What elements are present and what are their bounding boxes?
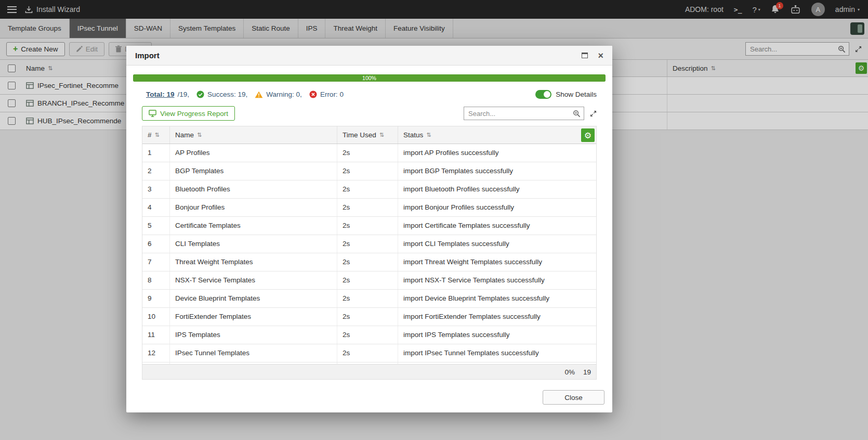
column-header-status[interactable]: Status⇅ (398, 126, 596, 144)
import-row-status: import Bonjour Profiles successfully (398, 199, 596, 216)
import-row-status: import IPsec Tunnel Templates successful… (398, 344, 596, 362)
import-row-num: 7 (142, 253, 170, 271)
import-row-status: import QoS Profiles successfully (398, 363, 596, 364)
total-link[interactable]: Total: 19 (146, 90, 175, 98)
import-row-time: 2s (337, 144, 398, 162)
name-column-label: Name (175, 131, 194, 139)
column-header-time-used[interactable]: Time Used⇅ (337, 126, 398, 144)
import-row-name: IPS Templates (170, 326, 337, 344)
import-row-time: 2s (337, 235, 398, 253)
error-stat: Error: 0 (309, 90, 344, 98)
error-icon (309, 90, 317, 98)
import-row-num: 4 (142, 199, 170, 216)
import-row-name: Threat Weight Templates (170, 253, 337, 271)
import-row-time: 2s (337, 271, 398, 289)
warning-label: Warning: 0, (266, 90, 302, 98)
import-row-name: NSX-T Service Templates (170, 271, 337, 289)
import-row-status: import IPS Templates successfully (398, 326, 596, 344)
import-row: 1AP Profiles2simport AP Profiles success… (142, 144, 596, 162)
import-row-num: 1 (142, 144, 170, 162)
sort-icon: ⇅ (155, 132, 160, 138)
import-results-table: #⇅ Name⇅ Time Used⇅ Status⇅ ⚙ 1AP Profil… (142, 126, 597, 380)
import-row-time: 2s (337, 290, 398, 307)
import-row-name: FortiExtender Templates (170, 308, 337, 326)
error-label: Error: 0 (320, 90, 344, 98)
import-stats: Total: 19/19, Success: 19, Warning: 0, E… (142, 90, 597, 99)
import-row-time: 2s (337, 326, 398, 344)
import-row-name: IPsec Tunnel Templates (170, 344, 337, 362)
import-row-time: 2s (337, 217, 398, 235)
column-header-name[interactable]: Name⇅ (170, 126, 337, 144)
import-row-name: Certificate Templates (170, 217, 337, 235)
import-dialog-toolbar: View Progress Report (142, 106, 597, 121)
import-row: 7Threat Weight Templates2simport Threat … (142, 253, 596, 271)
import-row-status: import BGP Templates successfully (398, 162, 596, 180)
import-row-status: import NSX-T Service Templates successfu… (398, 271, 596, 289)
import-row-time: 2s (337, 344, 398, 362)
import-row-num: 6 (142, 235, 170, 253)
success-icon (196, 90, 204, 98)
import-row-num: 13 (142, 363, 170, 364)
import-search-box (464, 107, 584, 120)
sort-icon: ⇅ (197, 132, 202, 138)
import-row: 10FortiExtender Templates2simport FortiE… (142, 308, 596, 326)
num-column-label: # (148, 131, 152, 139)
time-used-column-label: Time Used (343, 131, 376, 139)
import-row: 11IPS Templates2simport IPS Templates su… (142, 326, 596, 344)
import-table-footer: 0% 19 (142, 364, 596, 380)
warning-icon (255, 91, 263, 98)
import-search-input[interactable] (464, 107, 584, 120)
show-details-toggle[interactable] (535, 90, 551, 99)
close-icon[interactable]: × (598, 51, 603, 60)
import-row-time: 2s (337, 162, 398, 180)
scroll-percent: 0% (564, 368, 575, 376)
import-row-time: 2s (337, 199, 398, 216)
import-row-status: import Device Blueprint Templates succes… (398, 290, 596, 307)
import-row-num: 9 (142, 290, 170, 307)
import-dialog: Import × 100% Total: 19/19, Success: 19,… (126, 46, 612, 412)
view-progress-report-label: View Progress Report (160, 110, 228, 118)
show-details-control: Show Details (535, 90, 597, 99)
close-button[interactable]: Close (543, 390, 604, 405)
import-row-name: Bluetooth Profiles (170, 180, 337, 198)
column-settings-button[interactable]: ⚙ (581, 128, 595, 142)
view-progress-report-button[interactable]: View Progress Report (142, 106, 235, 121)
import-row-num: 5 (142, 217, 170, 235)
import-row-status: import Certificate Templates successfull… (398, 217, 596, 235)
import-row-num: 8 (142, 271, 170, 289)
import-row-name: CLI Templates (170, 235, 337, 253)
import-row-num: 10 (142, 308, 170, 326)
import-row: 9Device Blueprint Templates2simport Devi… (142, 290, 596, 308)
import-row-time: 2s (337, 308, 398, 326)
import-row: 4Bonjour Profiles2simport Bonjour Profil… (142, 199, 596, 217)
import-row-num: 12 (142, 344, 170, 362)
import-row: 3Bluetooth Profiles2simport Bluetooth Pr… (142, 180, 596, 199)
import-row-num: 11 (142, 326, 170, 344)
maximize-icon[interactable] (582, 53, 588, 58)
import-row-num: 2 (142, 162, 170, 180)
import-row-name: QoS Profiles (170, 363, 337, 364)
status-column-label: Status (403, 131, 423, 139)
import-row: 13QoS Profiles2simport QoS Profiles succ… (142, 363, 596, 364)
import-row-time: 2s (337, 253, 398, 271)
import-row: 6CLI Templates2simport CLI Templates suc… (142, 235, 596, 253)
sort-icon: ⇅ (379, 132, 384, 138)
import-row-name: Bonjour Profiles (170, 199, 337, 216)
search-icon[interactable] (573, 110, 581, 118)
import-row-name: AP Profiles (170, 144, 337, 162)
dialog-title: Import (135, 51, 160, 60)
show-details-label: Show Details (556, 90, 597, 98)
monitor-icon (149, 110, 156, 117)
import-table-header: #⇅ Name⇅ Time Used⇅ Status⇅ ⚙ (142, 126, 596, 144)
row-count: 19 (583, 368, 591, 376)
import-row: 2BGP Templates2simport BGP Templates suc… (142, 162, 596, 180)
import-dialog-header: Import × (126, 46, 612, 66)
import-row-status: import Threat Weight Templates successfu… (398, 253, 596, 271)
expand-search-icon[interactable] (590, 110, 597, 117)
import-dialog-footer: Close (126, 390, 612, 412)
progress-bar: 100% (133, 74, 606, 82)
import-row-name: BGP Templates (170, 162, 337, 180)
column-header-num[interactable]: #⇅ (142, 126, 170, 144)
import-row-status: import Bluetooth Profiles successfully (398, 180, 596, 198)
import-row-name: Device Blueprint Templates (170, 290, 337, 307)
